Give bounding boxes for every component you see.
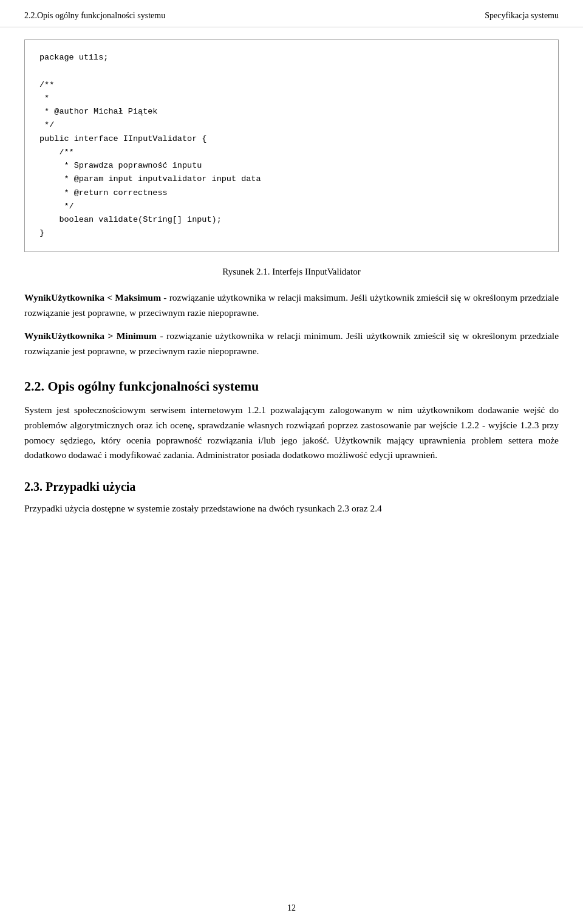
section-2-2-number: 2.2. — [24, 378, 44, 394]
code-block: package utils; /** * * @author Michał Pi… — [24, 39, 559, 252]
page-header: 2.2.Opis ogólny funkcjonalności systemu … — [0, 0, 583, 27]
section-2-2-body: System jest społecznościowym serwisem in… — [24, 403, 559, 463]
section-2-2-heading: 2.2. Opis ogólny funkcjonalności systemu — [24, 378, 559, 394]
paragraph-wynik-max: WynikUżytkownika < Maksimum - rozwiązani… — [24, 290, 559, 321]
page-footer: 12 — [0, 903, 583, 913]
header-left: 2.2.Opis ogólny funkcjonalności systemu — [24, 11, 165, 21]
figure-caption: Rysunek 2.1. Interfejs IInputValidator — [24, 267, 559, 277]
code-pre: package utils; /** * * @author Michał Pi… — [39, 51, 544, 241]
main-content: package utils; /** * * @author Michał Pi… — [0, 27, 583, 549]
wynik-min-bold: WynikUżytkownika > Minimum — [24, 330, 157, 341]
section-2-3-title: Przypadki użycia — [46, 480, 135, 493]
page-number: 12 — [287, 903, 296, 912]
section-2-3-number: 2.3. — [24, 480, 43, 493]
wynik-max-bold: WynikUżytkownika < Maksimum — [24, 292, 161, 303]
section-2-2-title: Opis ogólny funkcjonalności systemu — [48, 378, 259, 394]
section-2-3-heading: 2.3. Przypadki użycia — [24, 480, 559, 494]
page: 2.2.Opis ogólny funkcjonalności systemu … — [0, 0, 583, 924]
section-2-3-body: Przypadki użycia dostępne w systemie zos… — [24, 501, 559, 516]
header-right: Specyfikacja systemu — [485, 11, 559, 21]
paragraph-wynik-min: WynikUżytkownika > Minimum - rozwiązanie… — [24, 329, 559, 359]
